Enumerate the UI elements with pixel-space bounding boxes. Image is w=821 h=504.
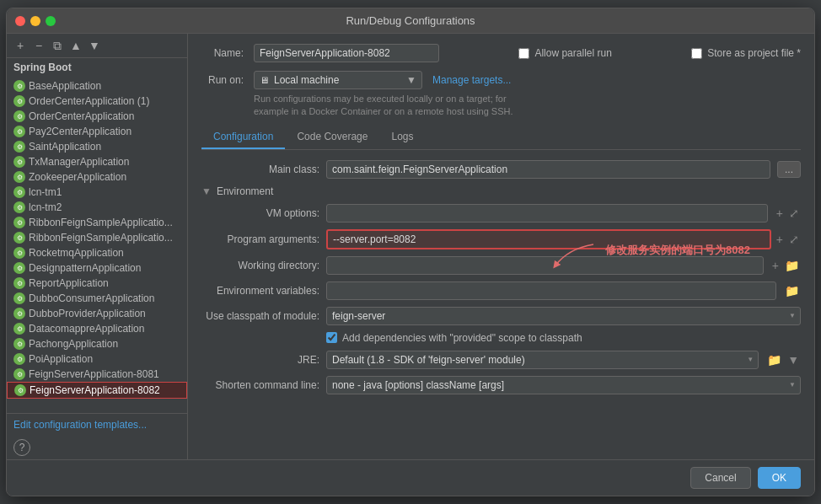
- sidebar-item-12[interactable]: ⚙DesignpatternApplication: [7, 260, 187, 276]
- jre-select[interactable]: Default (1.8 - SDK of 'feign-server' mod…: [326, 351, 759, 369]
- sidebar-item-14[interactable]: ⚙DubboConsumerApplication: [7, 291, 187, 306]
- sidebar-item-label: lcn-tm1: [29, 186, 62, 198]
- vm-options-label: VM options:: [201, 207, 319, 219]
- tab-logs[interactable]: Logs: [379, 126, 425, 149]
- sidebar: + − ⧉ ▲ ▼ Spring Boot ⚙BaseApplication⚙O…: [7, 34, 188, 459]
- spring-icon: ⚙: [13, 80, 25, 92]
- sidebar-item-9[interactable]: ⚙RibbonFeignSampleApplicatio...: [7, 215, 187, 230]
- spring-icon: ⚙: [13, 247, 25, 259]
- sidebar-item-label: lcn-tm2: [29, 201, 62, 213]
- vm-options-input[interactable]: [326, 204, 768, 223]
- sidebar-item-3[interactable]: ⚙Pay2CenterApplication: [7, 124, 187, 139]
- allow-parallel-label: Allow parallel run: [534, 47, 611, 59]
- program-args-add-button[interactable]: +: [775, 233, 785, 246]
- sidebar-item-10[interactable]: ⚙RibbonFeignSampleApplicatio...: [7, 230, 187, 245]
- sidebar-item-label: RocketmqApplication: [29, 247, 124, 259]
- sidebar-item-7[interactable]: ⚙lcn-tm1: [7, 185, 187, 200]
- sidebar-item-19[interactable]: ⚙FeignServerApplication-8081: [7, 367, 187, 382]
- copy-config-button[interactable]: ⧉: [49, 37, 66, 54]
- close-button[interactable]: [15, 16, 25, 26]
- cancel-button[interactable]: Cancel: [690, 467, 750, 489]
- spring-icon: ⚙: [13, 156, 25, 168]
- maximize-button[interactable]: [46, 16, 56, 26]
- right-panel: Name: Allow parallel run Store as projec…: [188, 34, 814, 459]
- sidebar-section-spring-boot: Spring Boot: [7, 58, 187, 77]
- sidebar-item-label: FeignServerApplication-8081: [29, 368, 159, 380]
- sidebar-item-11[interactable]: ⚙RocketmqApplication: [7, 245, 187, 260]
- jre-folder-button[interactable]: 📁: [765, 353, 783, 367]
- sidebar-item-16[interactable]: ⚙DatacomappreApplication: [7, 321, 187, 336]
- shorten-cmdline-select[interactable]: none - java [options] className [args]: [326, 376, 801, 394]
- program-args-label: Program arguments:: [201, 233, 319, 245]
- sidebar-item-1[interactable]: ⚙OrderCenterApplication (1): [7, 94, 187, 109]
- sidebar-item-13[interactable]: ⚙ReportApplication: [7, 276, 187, 291]
- name-row: Name: Allow parallel run Store as projec…: [201, 44, 801, 62]
- sidebar-item-label: PachongApplication: [29, 338, 118, 350]
- manage-targets-link[interactable]: Manage targets...: [432, 74, 511, 86]
- annotation-text: 修改服务实例的端口号为8082: [605, 243, 750, 258]
- run-on-value: Local machine: [274, 74, 339, 86]
- add-dependencies-checkbox[interactable]: [326, 332, 337, 343]
- program-args-expand-button[interactable]: ⤢: [787, 233, 801, 246]
- environment-section-header[interactable]: ▼ Environment: [201, 185, 801, 197]
- sidebar-item-label: OrderCenterApplication: [29, 110, 134, 122]
- sidebar-item-5[interactable]: ⚙TxManagerApplication: [7, 154, 187, 169]
- tab-code-coverage[interactable]: Code Coverage: [285, 126, 379, 149]
- spring-icon: ⚙: [13, 277, 25, 289]
- minimize-button[interactable]: [30, 16, 40, 26]
- sidebar-item-17[interactable]: ⚙PachongApplication: [7, 336, 187, 351]
- name-input[interactable]: [254, 44, 439, 62]
- env-vars-folder-button[interactable]: 📁: [783, 284, 801, 298]
- spring-icon: ⚙: [13, 186, 25, 198]
- main-class-row: Main class: ...: [201, 160, 801, 179]
- sidebar-item-2[interactable]: ⚙OrderCenterApplication: [7, 109, 187, 124]
- move-up-button[interactable]: ▲: [67, 37, 84, 54]
- classpath-label: Use classpath of module:: [201, 310, 319, 322]
- working-dir-folder-button[interactable]: 📁: [783, 259, 801, 272]
- classpath-select[interactable]: feign-server: [326, 307, 801, 325]
- edit-templates-link[interactable]: Edit configuration templates...: [7, 413, 187, 436]
- allow-parallel-checkbox[interactable]: [518, 48, 529, 59]
- main-class-browse-button[interactable]: ...: [777, 161, 801, 178]
- run-on-dropdown[interactable]: 🖥 Local machine ▼: [254, 71, 422, 89]
- store-project-checkbox[interactable]: [691, 48, 702, 59]
- spring-icon: ⚙: [13, 95, 25, 107]
- working-dir-label: Working directory:: [201, 260, 319, 271]
- spring-icon: ⚙: [13, 368, 25, 380]
- window-controls: [15, 16, 56, 26]
- help-button[interactable]: ?: [13, 439, 30, 456]
- sidebar-list: ⚙BaseApplication⚙OrderCenterApplication …: [7, 77, 187, 413]
- shorten-cmdline-label: Shorten command line:: [201, 379, 319, 391]
- annotation-container: 修改服务实例的端口号为8082: [551, 244, 750, 270]
- add-config-button[interactable]: +: [12, 37, 29, 54]
- vm-options-row: VM options: + ⤢: [201, 204, 801, 223]
- bottom-bar: Cancel OK: [7, 459, 814, 496]
- sidebar-item-20[interactable]: ⚙FeignServerApplication-8082: [7, 382, 187, 399]
- vm-options-add-button[interactable]: +: [775, 206, 785, 220]
- sidebar-item-0[interactable]: ⚙BaseApplication: [7, 78, 187, 94]
- sidebar-item-15[interactable]: ⚙DubboProviderApplication: [7, 306, 187, 321]
- env-vars-input[interactable]: [326, 281, 776, 300]
- store-project-label: Store as project file *: [707, 47, 801, 59]
- spring-icon: ⚙: [13, 217, 25, 228]
- spring-icon: ⚙: [13, 338, 25, 350]
- run-on-label: Run on:: [201, 74, 244, 86]
- sidebar-item-label: DatacomappreApplication: [29, 323, 144, 335]
- name-label: Name:: [201, 47, 244, 59]
- ok-button[interactable]: OK: [758, 467, 801, 489]
- sidebar-item-18[interactable]: ⚙PoiApplication: [7, 351, 187, 367]
- sidebar-item-6[interactable]: ⚙ZookeeperApplication: [7, 169, 187, 185]
- spring-icon: ⚙: [13, 110, 25, 122]
- sidebar-item-4[interactable]: ⚙SaintApplication: [7, 139, 187, 154]
- dropdown-arrow-icon: ▼: [406, 74, 416, 86]
- move-down-button[interactable]: ▼: [86, 37, 103, 54]
- main-class-input[interactable]: [326, 160, 770, 179]
- jre-dropdown-button[interactable]: ▼: [786, 353, 801, 367]
- sidebar-item-label: SaintApplication: [29, 141, 101, 153]
- working-dir-add-button[interactable]: +: [770, 259, 781, 272]
- sidebar-item-8[interactable]: ⚙lcn-tm2: [7, 200, 187, 215]
- remove-config-button[interactable]: −: [30, 37, 47, 54]
- vm-options-expand-button[interactable]: ⤢: [787, 206, 801, 220]
- tab-configuration[interactable]: Configuration: [201, 126, 285, 149]
- sidebar-item-label: ZookeeperApplication: [29, 171, 126, 183]
